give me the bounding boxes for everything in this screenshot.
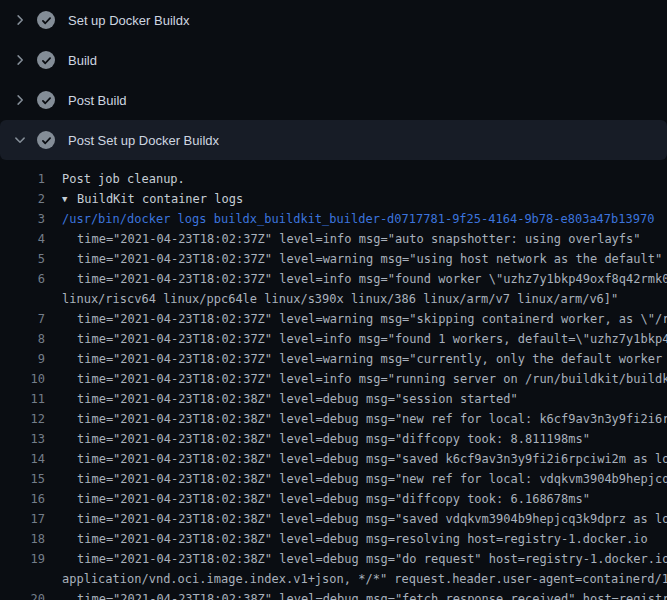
log-line: 3/usr/bin/docker logs buildx_buildkit_bu… <box>0 209 667 229</box>
log-line-number[interactable]: 5 <box>0 249 45 269</box>
log-line: 8time="2021-04-23T18:02:37Z" level=info … <box>0 329 667 349</box>
chevron-down-icon <box>13 133 27 147</box>
check-circle-icon <box>37 131 55 149</box>
log-line: 15time="2021-04-23T18:02:38Z" level=debu… <box>0 469 667 489</box>
log-line-number[interactable]: 16 <box>0 489 45 509</box>
log-line-number[interactable]: 9 <box>0 349 45 369</box>
step-header-post-build[interactable]: Post Build <box>0 80 667 120</box>
log-line-text: time="2021-04-23T18:02:38Z" level=debug … <box>77 529 648 549</box>
log-line: 11time="2021-04-23T18:02:38Z" level=debu… <box>0 389 667 409</box>
log-line-text: time="2021-04-23T18:02:37Z" level=info m… <box>77 269 667 289</box>
log-line: 18time="2021-04-23T18:02:38Z" level=debu… <box>0 529 667 549</box>
log-line-text: time="2021-04-23T18:02:37Z" level=info m… <box>77 229 641 249</box>
log-line-text: time="2021-04-23T18:02:38Z" level=debug … <box>77 549 667 569</box>
log-line-number[interactable]: 20 <box>0 589 45 600</box>
log-line-text: application/vnd.oci.image.index.v1+json,… <box>62 569 667 589</box>
log-line: 12time="2021-04-23T18:02:38Z" level=debu… <box>0 409 667 429</box>
log-line-number <box>0 289 45 309</box>
log-line-text: time="2021-04-23T18:02:37Z" level=warnin… <box>77 309 667 329</box>
log-line-number[interactable]: 19 <box>0 549 45 569</box>
log-line-text: time="2021-04-23T18:02:38Z" level=debug … <box>77 589 667 600</box>
log-command-text: /usr/bin/docker logs buildx_buildkit_bui… <box>62 209 654 229</box>
log-line-text: time="2021-04-23T18:02:38Z" level=debug … <box>77 429 590 449</box>
log-line: 2▼BuildKit container logs <box>0 189 667 209</box>
actions-log-panel: Set up Docker BuildxBuildPost BuildPost … <box>0 0 667 600</box>
log-line-text: time="2021-04-23T18:02:37Z" level=warnin… <box>77 349 667 369</box>
log-line-text: time="2021-04-23T18:02:38Z" level=debug … <box>77 469 667 489</box>
log-line: 14time="2021-04-23T18:02:38Z" level=debu… <box>0 449 667 469</box>
step-label: Post Build <box>68 93 127 108</box>
step-label: Post Set up Docker Buildx <box>68 133 219 148</box>
log-viewer: 1Post job cleanup.2▼BuildKit container l… <box>0 160 667 600</box>
step-header-set-up-docker-buildx[interactable]: Set up Docker Buildx <box>0 0 667 40</box>
log-line-number[interactable]: 11 <box>0 389 45 409</box>
log-line: 17time="2021-04-23T18:02:38Z" level=debu… <box>0 509 667 529</box>
log-line: 16time="2021-04-23T18:02:38Z" level=debu… <box>0 489 667 509</box>
log-group-toggle-icon[interactable]: ▼ <box>62 189 77 209</box>
log-line: 4time="2021-04-23T18:02:37Z" level=info … <box>0 229 667 249</box>
chevron-right-icon <box>13 93 27 107</box>
log-line-number[interactable]: 18 <box>0 529 45 549</box>
log-line: 6time="2021-04-23T18:02:37Z" level=info … <box>0 269 667 289</box>
log-line-number[interactable]: 8 <box>0 329 45 349</box>
log-line-number[interactable]: 12 <box>0 409 45 429</box>
log-line-text: time="2021-04-23T18:02:37Z" level=info m… <box>77 369 667 389</box>
check-circle-icon <box>37 51 55 69</box>
step-label: Build <box>68 53 97 68</box>
log-line-text: time="2021-04-23T18:02:37Z" level=info m… <box>77 329 667 349</box>
log-line-text: time="2021-04-23T18:02:37Z" level=warnin… <box>77 249 662 269</box>
log-line-number[interactable]: 7 <box>0 309 45 329</box>
log-line-number[interactable]: 14 <box>0 449 45 469</box>
log-line: 5time="2021-04-23T18:02:37Z" level=warni… <box>0 249 667 269</box>
log-line: 19time="2021-04-23T18:02:38Z" level=debu… <box>0 549 667 569</box>
log-group-title: BuildKit container logs <box>77 189 243 209</box>
log-line-text: time="2021-04-23T18:02:38Z" level=debug … <box>77 449 667 469</box>
log-line-number[interactable]: 1 <box>0 169 45 189</box>
log-line-text: time="2021-04-23T18:02:38Z" level=debug … <box>77 389 518 409</box>
log-line-number[interactable]: 10 <box>0 369 45 389</box>
log-line-text: Post job cleanup. <box>62 169 185 189</box>
step-header-build[interactable]: Build <box>0 40 667 80</box>
log-line-number <box>0 569 45 589</box>
log-line-text: time="2021-04-23T18:02:38Z" level=debug … <box>77 509 667 529</box>
log-line: 10time="2021-04-23T18:02:37Z" level=info… <box>0 369 667 389</box>
log-line-number[interactable]: 3 <box>0 209 45 229</box>
log-line-number[interactable]: 6 <box>0 269 45 289</box>
log-line-number[interactable]: 2 <box>0 189 45 209</box>
log-line-number[interactable]: 4 <box>0 229 45 249</box>
log-line-text: time="2021-04-23T18:02:38Z" level=debug … <box>77 409 667 429</box>
step-label: Set up Docker Buildx <box>68 13 189 28</box>
log-line-text: linux/riscv64 linux/ppc64le linux/s390x … <box>62 289 618 309</box>
steps-list: Set up Docker BuildxBuildPost BuildPost … <box>0 0 667 160</box>
log-line: application/vnd.oci.image.index.v1+json,… <box>0 569 667 589</box>
log-line: 1Post job cleanup. <box>0 169 667 189</box>
log-line: linux/riscv64 linux/ppc64le linux/s390x … <box>0 289 667 309</box>
log-line: 7time="2021-04-23T18:02:37Z" level=warni… <box>0 309 667 329</box>
step-header-post-set-up-docker-buildx[interactable]: Post Set up Docker Buildx <box>0 120 667 160</box>
log-line: 20time="2021-04-23T18:02:38Z" level=debu… <box>0 589 667 600</box>
log-line-number[interactable]: 15 <box>0 469 45 489</box>
chevron-right-icon <box>13 53 27 67</box>
log-line-text: time="2021-04-23T18:02:38Z" level=debug … <box>77 489 590 509</box>
check-circle-icon <box>37 11 55 29</box>
log-line-number[interactable]: 13 <box>0 429 45 449</box>
check-circle-icon <box>37 91 55 109</box>
log-line-number[interactable]: 17 <box>0 509 45 529</box>
chevron-right-icon <box>13 13 27 27</box>
log-line: 13time="2021-04-23T18:02:38Z" level=debu… <box>0 429 667 449</box>
log-line: 9time="2021-04-23T18:02:37Z" level=warni… <box>0 349 667 369</box>
